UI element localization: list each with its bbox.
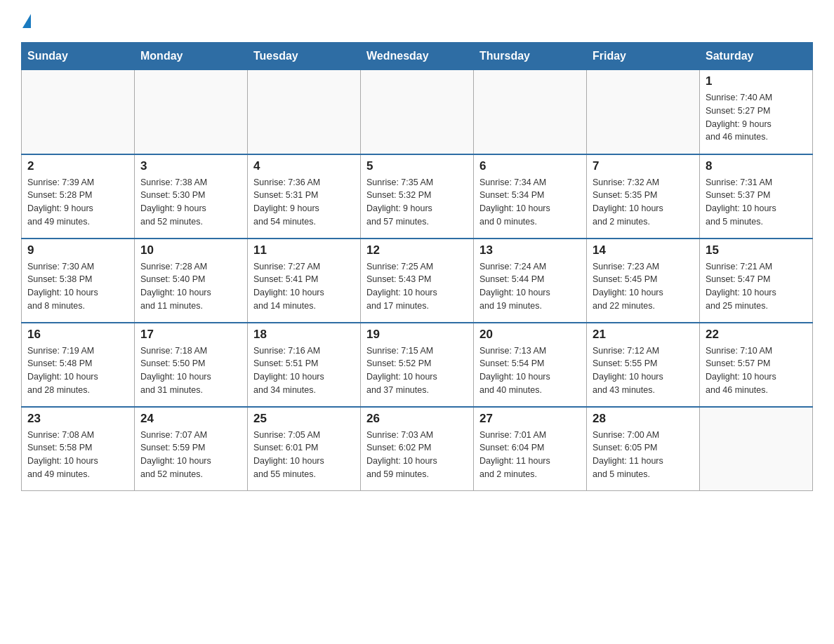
day-number: 20 [479, 328, 581, 342]
day-number: 15 [706, 243, 807, 257]
day-info: Sunrise: 7:31 AMSunset: 5:37 PMDaylight:… [706, 176, 807, 229]
logo-triangle-icon [22, 14, 31, 28]
day-number: 1 [706, 74, 807, 88]
day-number: 6 [479, 159, 581, 173]
day-info: Sunrise: 7:13 AMSunset: 5:54 PMDaylight:… [479, 344, 581, 397]
day-number: 3 [140, 159, 241, 173]
day-cell: 19Sunrise: 7:15 AMSunset: 5:52 PMDayligh… [361, 323, 474, 407]
day-cell [248, 70, 361, 154]
day-number: 17 [140, 328, 241, 342]
day-cell: 16Sunrise: 7:19 AMSunset: 5:48 PMDayligh… [22, 323, 135, 407]
day-info: Sunrise: 7:05 AMSunset: 6:01 PMDaylight:… [253, 429, 355, 481]
header-thursday: Thursday [474, 43, 587, 70]
day-info: Sunrise: 7:07 AMSunset: 5:59 PMDaylight:… [140, 429, 241, 481]
page-header [21, 14, 813, 29]
day-info: Sunrise: 7:03 AMSunset: 6:02 PMDaylight:… [366, 429, 468, 481]
day-cell: 10Sunrise: 7:28 AMSunset: 5:40 PMDayligh… [135, 239, 248, 323]
day-number: 22 [706, 328, 807, 342]
day-number: 9 [27, 243, 128, 257]
day-number: 13 [479, 243, 581, 257]
day-cell: 23Sunrise: 7:08 AMSunset: 5:58 PMDayligh… [22, 407, 135, 491]
day-number: 5 [366, 159, 468, 173]
day-number: 10 [140, 243, 241, 257]
day-cell: 8Sunrise: 7:31 AMSunset: 5:37 PMDaylight… [700, 154, 813, 239]
day-info: Sunrise: 7:36 AMSunset: 5:31 PMDaylight:… [253, 176, 355, 229]
day-cell [135, 70, 248, 154]
day-cell: 9Sunrise: 7:30 AMSunset: 5:38 PMDaylight… [22, 239, 135, 323]
day-cell [700, 407, 813, 491]
week-row-1: 1Sunrise: 7:40 AMSunset: 5:27 PMDaylight… [22, 70, 813, 154]
day-info: Sunrise: 7:28 AMSunset: 5:40 PMDaylight:… [140, 260, 241, 313]
day-info: Sunrise: 7:40 AMSunset: 5:27 PMDaylight:… [706, 91, 807, 144]
day-info: Sunrise: 7:16 AMSunset: 5:51 PMDaylight:… [253, 344, 355, 397]
day-cell: 1Sunrise: 7:40 AMSunset: 5:27 PMDaylight… [700, 70, 813, 154]
day-info: Sunrise: 7:38 AMSunset: 5:30 PMDaylight:… [140, 176, 241, 229]
day-cell: 17Sunrise: 7:18 AMSunset: 5:50 PMDayligh… [135, 323, 248, 407]
day-number: 11 [253, 243, 355, 257]
day-cell [587, 70, 700, 154]
day-info: Sunrise: 7:32 AMSunset: 5:35 PMDaylight:… [593, 176, 694, 229]
day-number: 2 [27, 159, 128, 173]
day-cell: 26Sunrise: 7:03 AMSunset: 6:02 PMDayligh… [361, 407, 474, 491]
day-info: Sunrise: 7:12 AMSunset: 5:55 PMDaylight:… [593, 344, 694, 397]
day-number: 18 [253, 328, 355, 342]
day-cell: 3Sunrise: 7:38 AMSunset: 5:30 PMDaylight… [135, 154, 248, 239]
day-info: Sunrise: 7:27 AMSunset: 5:41 PMDaylight:… [253, 260, 355, 313]
header-tuesday: Tuesday [248, 43, 361, 70]
day-info: Sunrise: 7:01 AMSunset: 6:04 PMDaylight:… [479, 429, 581, 481]
day-cell: 13Sunrise: 7:24 AMSunset: 5:44 PMDayligh… [474, 239, 587, 323]
day-cell: 28Sunrise: 7:00 AMSunset: 6:05 PMDayligh… [587, 407, 700, 491]
day-cell: 27Sunrise: 7:01 AMSunset: 6:04 PMDayligh… [474, 407, 587, 491]
day-info: Sunrise: 7:08 AMSunset: 5:58 PMDaylight:… [27, 429, 128, 481]
day-info: Sunrise: 7:39 AMSunset: 5:28 PMDaylight:… [27, 176, 128, 229]
week-row-5: 23Sunrise: 7:08 AMSunset: 5:58 PMDayligh… [22, 407, 813, 491]
day-info: Sunrise: 7:18 AMSunset: 5:50 PMDaylight:… [140, 344, 241, 397]
day-cell: 18Sunrise: 7:16 AMSunset: 5:51 PMDayligh… [248, 323, 361, 407]
day-cell: 12Sunrise: 7:25 AMSunset: 5:43 PMDayligh… [361, 239, 474, 323]
day-cell: 21Sunrise: 7:12 AMSunset: 5:55 PMDayligh… [587, 323, 700, 407]
day-cell: 11Sunrise: 7:27 AMSunset: 5:41 PMDayligh… [248, 239, 361, 323]
day-cell: 4Sunrise: 7:36 AMSunset: 5:31 PMDaylight… [248, 154, 361, 239]
header-friday: Friday [587, 43, 700, 70]
day-info: Sunrise: 7:23 AMSunset: 5:45 PMDaylight:… [593, 260, 694, 313]
day-info: Sunrise: 7:24 AMSunset: 5:44 PMDaylight:… [479, 260, 581, 313]
day-cell: 5Sunrise: 7:35 AMSunset: 5:32 PMDaylight… [361, 154, 474, 239]
day-cell: 24Sunrise: 7:07 AMSunset: 5:59 PMDayligh… [135, 407, 248, 491]
day-info: Sunrise: 7:25 AMSunset: 5:43 PMDaylight:… [366, 260, 468, 313]
calendar-header-row: SundayMondayTuesdayWednesdayThursdayFrid… [22, 43, 813, 70]
day-number: 19 [366, 328, 468, 342]
day-cell: 7Sunrise: 7:32 AMSunset: 5:35 PMDaylight… [587, 154, 700, 239]
header-sunday: Sunday [22, 43, 135, 70]
calendar-table: SundayMondayTuesdayWednesdayThursdayFrid… [21, 42, 813, 491]
day-number: 28 [593, 412, 694, 426]
header-wednesday: Wednesday [361, 43, 474, 70]
day-number: 14 [593, 243, 694, 257]
day-number: 27 [479, 412, 581, 426]
week-row-4: 16Sunrise: 7:19 AMSunset: 5:48 PMDayligh… [22, 323, 813, 407]
day-cell: 15Sunrise: 7:21 AMSunset: 5:47 PMDayligh… [700, 239, 813, 323]
logo [21, 14, 31, 29]
day-number: 21 [593, 328, 694, 342]
day-number: 7 [593, 159, 694, 173]
day-cell: 22Sunrise: 7:10 AMSunset: 5:57 PMDayligh… [700, 323, 813, 407]
day-cell [361, 70, 474, 154]
week-row-2: 2Sunrise: 7:39 AMSunset: 5:28 PMDaylight… [22, 154, 813, 239]
header-monday: Monday [135, 43, 248, 70]
day-cell: 2Sunrise: 7:39 AMSunset: 5:28 PMDaylight… [22, 154, 135, 239]
day-cell [474, 70, 587, 154]
day-number: 12 [366, 243, 468, 257]
day-number: 16 [27, 328, 128, 342]
day-cell: 6Sunrise: 7:34 AMSunset: 5:34 PMDaylight… [474, 154, 587, 239]
day-info: Sunrise: 7:35 AMSunset: 5:32 PMDaylight:… [366, 176, 468, 229]
day-info: Sunrise: 7:00 AMSunset: 6:05 PMDaylight:… [593, 429, 694, 481]
day-info: Sunrise: 7:15 AMSunset: 5:52 PMDaylight:… [366, 344, 468, 397]
day-cell [22, 70, 135, 154]
week-row-3: 9Sunrise: 7:30 AMSunset: 5:38 PMDaylight… [22, 239, 813, 323]
day-number: 24 [140, 412, 241, 426]
day-cell: 25Sunrise: 7:05 AMSunset: 6:01 PMDayligh… [248, 407, 361, 491]
day-number: 23 [27, 412, 128, 426]
day-number: 25 [253, 412, 355, 426]
day-number: 26 [366, 412, 468, 426]
day-info: Sunrise: 7:21 AMSunset: 5:47 PMDaylight:… [706, 260, 807, 313]
header-saturday: Saturday [700, 43, 813, 70]
